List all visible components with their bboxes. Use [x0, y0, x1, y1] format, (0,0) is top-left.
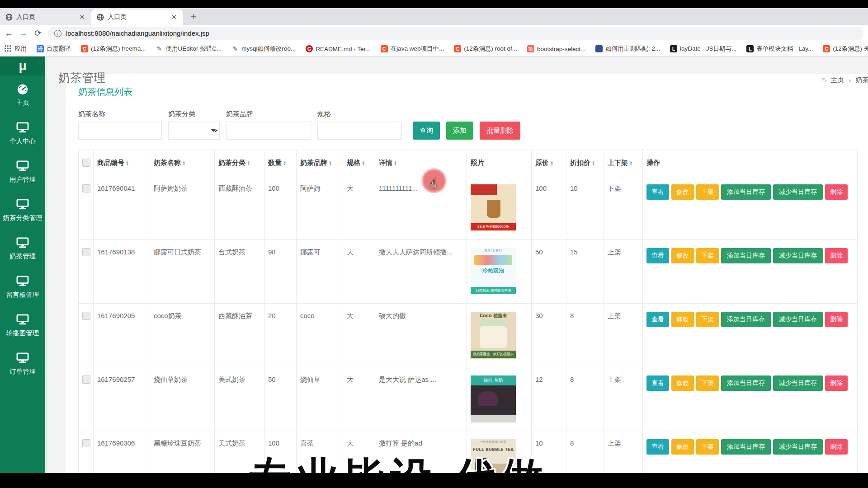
forward-icon[interactable]: → [19, 29, 28, 38]
bookmark-item[interactable]: C(12条消息) freema... [81, 45, 146, 53]
sidebar-item-home[interactable]: 主页 [0, 75, 45, 114]
tab-close-icon[interactable]: ✕ [170, 13, 178, 21]
edit-button[interactable]: 修改 [671, 248, 694, 263]
sort-icon[interactable]: ▲▼ [329, 161, 332, 166]
col-price[interactable]: 原价▲▼ [532, 150, 566, 176]
bookmark-item[interactable]: 简bootstrap-select... [527, 45, 585, 52]
sort-icon[interactable]: ▲▼ [394, 161, 397, 166]
delete-button[interactable]: 删除 [825, 184, 848, 200]
bookmark-item[interactable]: C(12条消息) root of... [454, 45, 517, 53]
edit-button[interactable]: 修改 [671, 375, 694, 391]
bookmark-item[interactable]: ✎mysql如何修改roo... [231, 45, 296, 53]
col-tea-name[interactable]: 奶茶名称▲▼ [150, 150, 215, 176]
toggle-shelf-button[interactable]: 下架 [696, 248, 719, 263]
view-button[interactable]: 查看 [646, 439, 669, 455]
add-stock-button[interactable]: 添加当日库存 [721, 439, 771, 455]
sidebar-item-message-board-mgmt[interactable]: 留言板管理 [0, 267, 45, 306]
select-all-checkbox[interactable] [82, 159, 90, 167]
sort-icon[interactable]: ▲▼ [362, 161, 365, 166]
col-product-id[interactable]: 商品编号▲▼ [94, 150, 150, 176]
add-stock-button[interactable]: 添加当日库存 [721, 375, 771, 391]
row-checkbox[interactable] [82, 184, 90, 192]
search-button[interactable]: 查询 [413, 122, 440, 140]
sort-icon[interactable]: ▲▼ [629, 161, 632, 166]
col-status[interactable]: 上下架▲▼ [604, 150, 643, 176]
toggle-shelf-button[interactable]: 上架 [696, 184, 719, 200]
reduce-stock-button[interactable]: 减少当日库存 [773, 312, 823, 327]
bookmark-item[interactable]: LlayDate - JS日期与... [670, 45, 736, 53]
spec-input[interactable] [317, 122, 402, 140]
view-button[interactable]: 查看 [646, 375, 669, 391]
breadcrumb-home[interactable]: 主页 [830, 76, 844, 84]
delete-button[interactable]: 删除 [825, 248, 848, 263]
toggle-shelf-button[interactable]: 下架 [696, 439, 719, 455]
col-brand[interactable]: 奶茶品牌▲▼ [297, 150, 343, 176]
bookmark-item[interactable]: ✎使用UEditor 报错C... [156, 45, 222, 53]
col-qty[interactable]: 数量▲▼ [264, 150, 297, 176]
batch-delete-button[interactable]: 批量删除 [480, 122, 520, 140]
delete-button[interactable]: 删除 [825, 375, 848, 391]
browser-tab-1[interactable]: 入口页 ✕ [0, 9, 91, 25]
url-text[interactable]: localhost:8080/naichadianguanlixitong/in… [66, 29, 209, 37]
sort-icon[interactable]: ▲▼ [247, 161, 250, 166]
view-button[interactable]: 查看 [646, 248, 669, 263]
refresh-icon[interactable]: ⟳ [34, 29, 42, 38]
new-tab-button[interactable]: ＋ [183, 10, 204, 25]
row-checkbox[interactable] [82, 375, 90, 384]
product-photo[interactable]: 28.8 热销800000份 [471, 184, 516, 231]
add-stock-button[interactable]: 添加当日库存 [721, 312, 771, 327]
product-photo[interactable]: 烧仙 草奶 [471, 375, 516, 422]
sort-icon[interactable]: ▲▼ [182, 161, 185, 166]
bookmark-item[interactable]: L表单模块文档 - Lay... [746, 45, 813, 53]
sort-icon[interactable]: ▲▼ [592, 161, 595, 166]
sidebar-item-tea-category-mgmt[interactable]: 奶茶分类管理 [0, 191, 45, 229]
back-icon[interactable]: ← [5, 29, 13, 38]
delete-button[interactable]: 删除 [825, 312, 848, 327]
add-button[interactable]: 添加 [446, 122, 473, 140]
toggle-shelf-button[interactable]: 下架 [696, 375, 719, 391]
view-button[interactable]: 查看 [646, 184, 669, 200]
edit-button[interactable]: 修改 [671, 184, 694, 200]
edit-button[interactable]: 修改 [671, 312, 694, 327]
sidebar-item-user-mgmt[interactable]: 用户管理 [0, 152, 45, 191]
bookmark-item[interactable]: GREADME.md · Ter... [306, 45, 370, 52]
bookmark-item[interactable]: 应用 [5, 45, 27, 53]
col-detail[interactable]: 详情▲▼ [375, 150, 467, 176]
sort-icon[interactable]: ▲▼ [550, 161, 553, 166]
row-checkbox[interactable] [82, 312, 90, 320]
sort-icon[interactable]: ▲▼ [126, 161, 129, 166]
sidebar-item-tea-mgmt[interactable]: 奶茶管理 [0, 229, 45, 267]
tea-brand-input[interactable] [226, 122, 311, 140]
sidebar-item-order-mgmt[interactable]: 订单管理 [0, 344, 45, 383]
reduce-stock-button[interactable]: 减少当日库存 [773, 184, 823, 200]
col-spec[interactable]: 规格▲▼ [343, 150, 375, 176]
bookmark-item[interactable]: 译百度翻译 [37, 45, 71, 53]
add-stock-button[interactable]: 添加当日库存 [721, 248, 771, 263]
sidebar-item-personal-center[interactable]: 个人中心 [0, 114, 45, 152]
browser-tab-2[interactable]: 入口页 ✕ [91, 9, 183, 25]
bookmark-item[interactable]: C(12条消息) 关 [823, 45, 868, 53]
bookmark-item[interactable]: 如何用正则匹配: 2... [595, 45, 660, 53]
reduce-stock-button[interactable]: 减少当日库存 [773, 439, 823, 455]
sort-icon[interactable]: ▲▼ [283, 161, 286, 166]
cell-tea-name: coco奶茶 [150, 304, 215, 367]
reduce-stock-button[interactable]: 减少当日库存 [773, 375, 823, 391]
sidebar-item-carousel-mgmt[interactable]: 轮播图管理 [0, 306, 45, 344]
address-bar[interactable]: i localhost:8080/naichadianguanlixitong/… [48, 27, 863, 40]
product-photo[interactable]: Coco 植脂末 做奶茶要选一款好的植脂末 [471, 312, 516, 359]
site-info-icon[interactable]: i [54, 30, 61, 37]
delete-button[interactable]: 删除 [825, 439, 848, 455]
edit-button[interactable]: 修改 [671, 439, 694, 455]
row-checkbox[interactable] [82, 439, 90, 447]
col-discount[interactable]: 折扣价▲▼ [566, 150, 604, 176]
tab-close-icon[interactable]: ✕ [78, 13, 86, 21]
col-tea-category[interactable]: 奶茶分类▲▼ [215, 150, 264, 176]
row-checkbox[interactable] [82, 248, 90, 256]
bookmark-item[interactable]: C在java web项目中... [381, 45, 444, 53]
add-stock-button[interactable]: 添加当日库存 [721, 184, 771, 200]
toggle-shelf-button[interactable]: 下架 [696, 312, 719, 327]
view-button[interactable]: 查看 [646, 312, 669, 327]
reduce-stock-button[interactable]: 减少当日库存 [773, 248, 823, 263]
tea-name-input[interactable] [78, 122, 162, 140]
product-photo[interactable]: NALUBO 冷热双泡 日式奶茶 随时随地冲泡 [471, 248, 516, 295]
